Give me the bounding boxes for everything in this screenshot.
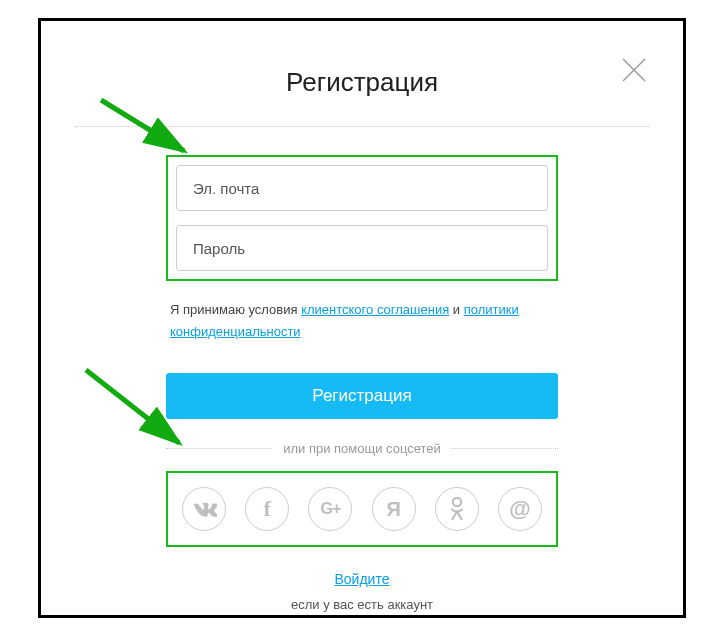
google-plus-icon: G+ <box>320 500 340 518</box>
terms-agreement-link[interactable]: клиентского соглашения <box>301 302 449 317</box>
email-field[interactable] <box>176 165 548 211</box>
close-button[interactable] <box>619 55 649 85</box>
social-divider-label: или при помощи соцсетей <box>273 441 451 456</box>
terms-text: Я принимаю условия клиентского соглашени… <box>170 299 554 343</box>
register-button[interactable]: Регистрация <box>166 373 558 419</box>
facebook-icon: f <box>264 496 271 522</box>
annotation-arrow-2 <box>81 365 191 455</box>
svg-line-3 <box>101 100 184 151</box>
social-row: f G+ Я @ <box>176 481 548 537</box>
fields-highlight <box>166 155 558 281</box>
yandex-icon: Я <box>386 498 400 521</box>
odnoklassniki-icon <box>450 497 464 521</box>
svg-line-4 <box>86 370 179 443</box>
social-fb-button[interactable]: f <box>245 487 289 531</box>
form-container: Я принимаю условия клиентского соглашени… <box>166 155 558 612</box>
social-highlight: f G+ Я @ <box>166 471 558 547</box>
login-link[interactable]: Войдите <box>166 571 558 587</box>
mail-icon: @ <box>509 496 530 522</box>
social-divider: или при помощи соцсетей <box>166 439 558 457</box>
modal-frame: Регистрация Я принимаю условия клиентско… <box>38 18 686 618</box>
social-yandex-button[interactable]: Я <box>372 487 416 531</box>
annotation-arrow-1 <box>96 95 196 165</box>
close-icon <box>619 55 649 85</box>
terms-prefix: Я принимаю условия <box>170 302 301 317</box>
have-account-text: если у вас есть аккаунт <box>166 597 558 612</box>
vk-icon <box>191 501 217 517</box>
social-vk-button[interactable] <box>182 487 226 531</box>
social-ok-button[interactable] <box>435 487 479 531</box>
social-mail-button[interactable]: @ <box>498 487 542 531</box>
terms-mid: и <box>449 302 464 317</box>
svg-point-2 <box>453 498 461 506</box>
password-field[interactable] <box>176 225 548 271</box>
social-gplus-button[interactable]: G+ <box>308 487 352 531</box>
